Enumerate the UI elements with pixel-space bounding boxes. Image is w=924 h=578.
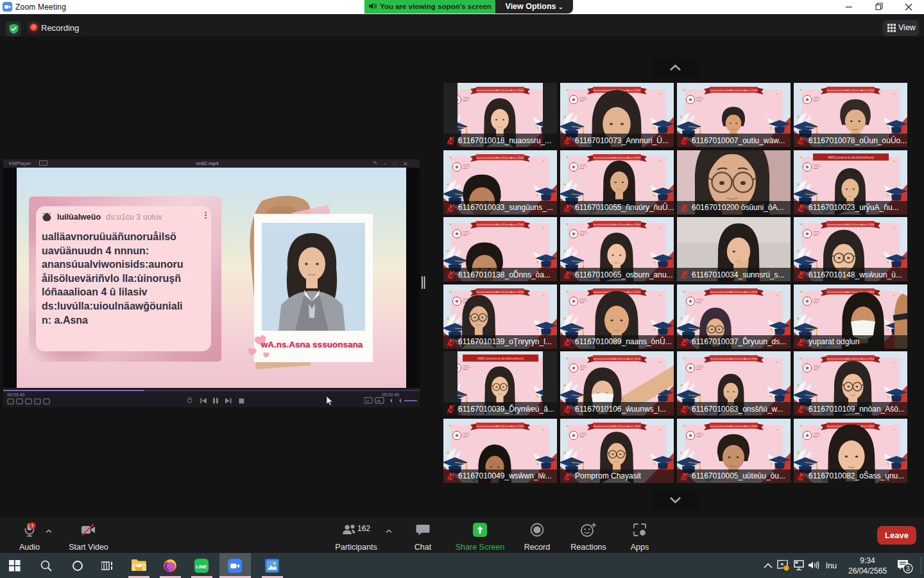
svg-text:3: 3 [906, 565, 910, 572]
svg-text:!: ! [31, 523, 33, 529]
svg-text:wA.ns.Asna sssuonsana: wA.ns.Asna sssuonsana [261, 340, 363, 349]
svg-text:ab: ab [377, 399, 381, 403]
svg-text:162: 162 [357, 524, 370, 533]
svg-text:LINE: LINE [196, 564, 207, 570]
svg-text:1x: 1x [365, 399, 369, 403]
